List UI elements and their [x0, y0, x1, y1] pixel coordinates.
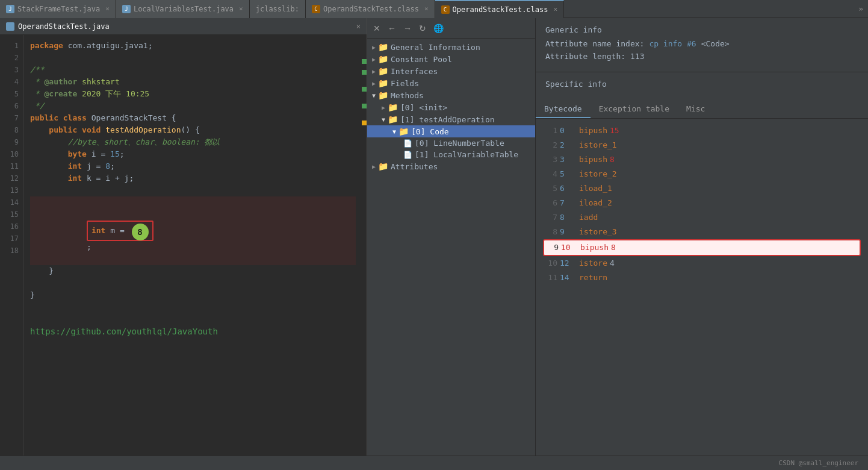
bytecode-tabs: Bytecode Exception table Misc: [536, 101, 868, 119]
attr-length-row: Attribute length: 113: [545, 52, 858, 61]
code-lines[interactable]: package com.atguigu.java1; /** * @author…: [24, 35, 362, 456]
tab-close-icon4[interactable]: ×: [424, 5, 429, 13]
tree-item-methods[interactable]: ▼ 📁 Methods: [367, 89, 535, 101]
bc-offset-7: 8: [560, 212, 577, 224]
code-line-4: * @author shkstart: [30, 76, 356, 88]
code-line-5: * @create 2020 下午 10:25: [30, 88, 356, 100]
java-icon: J: [6, 5, 14, 13]
tree-item-constantpool[interactable]: ▶ 📁 Constant Pool: [367, 53, 535, 65]
arrow-interfaces: ▶: [372, 68, 376, 75]
bc-offset-5: 6: [560, 183, 577, 195]
bc-instr-10: istore: [579, 257, 607, 269]
bc-row-10: 10 12 istore 4: [543, 256, 861, 271]
tree-item-attributes[interactable]: ▶ 📁 Attributes: [367, 160, 535, 172]
structure-tree[interactable]: ▶ 📁 General Information ▶ 📁 Constant Poo…: [367, 39, 535, 456]
bytecode-tab[interactable]: Bytecode: [536, 101, 591, 118]
bc-linenum-6: 6: [545, 197, 557, 209]
arrow-testaddop: ▼: [382, 116, 385, 123]
bc-instr-8: istore_3: [579, 226, 617, 238]
tab-overflow[interactable]: »: [854, 4, 868, 13]
code-line-10: byte i = 15;: [30, 148, 356, 160]
tab-close-icon2[interactable]: ×: [239, 5, 243, 13]
exception-table-tab[interactable]: Exception table: [591, 101, 678, 118]
bc-row-6: 6 7 iload_2: [543, 196, 861, 210]
url-watermark: https://github.com/youthlql/JavaYouth: [30, 325, 356, 337]
tab-stackframetest[interactable]: J StackFrameTest.java ×: [0, 0, 116, 18]
bytecode-content[interactable]: 1 0 bipush 15 2 2 istore_1 3 3 bipush 8: [536, 119, 868, 456]
tree-item-fields[interactable]: ▶ 📁 Fields: [367, 77, 535, 89]
tree-item-linenumber[interactable]: 📄 [0] LineNumberTable: [367, 137, 535, 149]
code-line-1: package com.atguigu.java1;: [30, 40, 356, 52]
tree-item-testaddop[interactable]: ▼ 📁 [1] testAddOperation: [367, 113, 535, 125]
tree-item-localvartable[interactable]: 📄 [1] LocalVariableTable: [367, 149, 535, 160]
editor-close-btn[interactable]: ×: [356, 22, 361, 31]
code-line-7: public class OperandStackTest {: [30, 112, 356, 124]
tab-label5: OperandStackTest.class: [453, 5, 548, 14]
editor-filename: OperandStackTest.java: [18, 22, 110, 31]
refresh-btn[interactable]: ↻: [417, 22, 429, 34]
right-gutter: [362, 35, 367, 456]
code-panel: OperandStackTest.java × 12345 678910 111…: [0, 18, 367, 456]
back-arrow-btn[interactable]: ←: [385, 22, 398, 34]
tab-operandstack1[interactable]: C OperandStackTest.class ×: [306, 0, 435, 18]
forward-arrow-btn[interactable]: →: [401, 22, 414, 34]
bc-arg-3: 8: [610, 154, 615, 166]
bc-row-8: 8 9 istore_3: [543, 225, 861, 239]
class-icon2: C: [441, 5, 450, 14]
attr-length-value: 113: [630, 52, 644, 61]
footer: CSDN @small_engineer: [0, 456, 868, 470]
code-line-16: [30, 277, 356, 289]
back-btn[interactable]: ✕: [371, 22, 383, 34]
tree-label-linenumber: [0] LineNumberTable: [415, 139, 504, 148]
attr-length-label: Attribute length:: [545, 52, 625, 61]
bc-linenum-11: 11: [545, 272, 557, 284]
bc-instr-11: return: [579, 272, 607, 284]
tree-item-interfaces[interactable]: ▶ 📁 Interfaces: [367, 65, 535, 77]
tab-operandstack2[interactable]: C OperandStackTest.class ×: [435, 0, 565, 18]
highlight-box: int m = 8: [87, 221, 153, 241]
browser-btn[interactable]: 🌐: [431, 22, 446, 34]
tree-label-localvartable: [1] LocalVariableTable: [415, 150, 518, 159]
tree-item-init[interactable]: ▶ 📁 [0] <init>: [367, 101, 535, 113]
bc-instr-2: istore_1: [579, 139, 617, 151]
misc-tab[interactable]: Misc: [678, 101, 713, 118]
code-line-17: }: [30, 289, 356, 301]
bc-instr-1: bipush: [579, 125, 607, 137]
line-numbers: 12345 678910 1112131415 161718: [0, 35, 24, 456]
specific-info-section: Specific info: [536, 72, 868, 101]
code-line-3: /**: [30, 64, 356, 76]
bc-arg-9: 8: [611, 242, 616, 254]
code-line-18: [30, 301, 356, 313]
info-panel: Generic info Attribute name index: cp in…: [536, 18, 868, 456]
bc-row-9: 9 10 bipush 8: [543, 239, 861, 256]
tab-label: StackFrameTest.java: [17, 5, 100, 13]
folder-init: 📁: [388, 102, 398, 112]
tab-close-icon[interactable]: ×: [105, 5, 110, 13]
arrow-fields: ▶: [372, 80, 376, 87]
tab-close-icon5[interactable]: ×: [553, 5, 557, 13]
folder-fields: 📁: [378, 78, 388, 88]
tree-item-general[interactable]: ▶ 📁 General Information: [367, 41, 535, 53]
tree-item-code[interactable]: ▼ 📁 [0] Code: [367, 125, 535, 137]
tab-localvariablestest[interactable]: J LocalVariablesTest.java ×: [116, 0, 250, 18]
footer-credit: CSDN @small_engineer: [779, 459, 858, 467]
generic-info-title: Generic info: [545, 25, 858, 34]
bc-linenum-5: 5: [545, 183, 557, 195]
bc-instr-4: istore_2: [579, 168, 617, 180]
bc-linenum-3: 3: [545, 154, 557, 166]
folder-constantpool: 📁: [378, 54, 388, 64]
tree-label-testaddop: [1] testAddOperation: [400, 115, 495, 124]
bc-offset-1: 0: [560, 125, 577, 137]
bc-offset-4: 5: [560, 168, 577, 180]
folder-code: 📁: [398, 127, 409, 136]
code-line-14: int m = 8 ;: [30, 196, 356, 265]
attr-name-link[interactable]: cp info #6: [649, 39, 696, 48]
bc-offset-8: 9: [560, 226, 577, 238]
editor-tab: OperandStackTest.java ×: [0, 18, 367, 35]
content-area: OperandStackTest.java × 12345 678910 111…: [0, 18, 868, 456]
bc-row-11: 11 14 return: [543, 271, 861, 285]
bc-linenum-4: 4: [545, 168, 557, 180]
arrow-constantpool: ▶: [372, 56, 376, 63]
tab-jclasslib[interactable]: jclasslib:: [250, 0, 306, 18]
tab-label3: jclasslib:: [256, 5, 299, 13]
